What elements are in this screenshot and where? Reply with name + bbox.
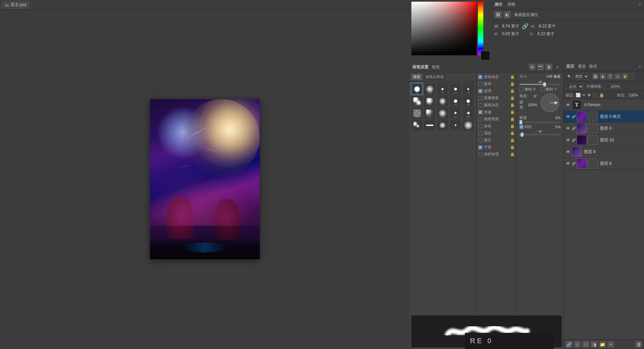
black-swatch[interactable] xyxy=(481,51,490,60)
lock-smoothing[interactable]: 🔒 xyxy=(510,145,515,149)
option-texture[interactable]: ✓ 纹理 🔒 xyxy=(477,87,516,94)
brush-preset-123[interactable]: 123 xyxy=(424,83,435,94)
artwork-canvas[interactable] xyxy=(150,99,260,259)
flip-y-checkbox[interactable] xyxy=(541,87,545,91)
option-scatter[interactable]: 散布 🔒 xyxy=(477,80,516,87)
brush-settings-icon[interactable]: ⚙ xyxy=(529,64,536,70)
layer-item-10[interactable]: 👁 🔗 图层 10 xyxy=(564,134,644,146)
checkbox-protect-texture[interactable] xyxy=(478,152,482,156)
size-slider[interactable] xyxy=(519,84,561,85)
option-color-dynamics[interactable]: 颜色动态 🔒 xyxy=(477,101,516,109)
checkbox-brush-pose[interactable] xyxy=(478,117,482,121)
option-dual-brush[interactable]: 双重画笔 🔒 xyxy=(477,94,516,101)
filter-smart-icon[interactable]: ⚡ xyxy=(622,73,628,79)
lock-wet-edges[interactable]: 🔒 xyxy=(510,131,515,135)
link-layers-btn[interactable]: 🔗 xyxy=(566,341,572,348)
checkbox-shape-dynamics[interactable]: ✓ xyxy=(478,75,482,79)
flip-x-option[interactable]: 翻转 X xyxy=(519,87,536,92)
adjustment-layer-btn[interactable]: ◑ xyxy=(591,341,597,348)
spacing-slider[interactable] xyxy=(519,134,561,135)
lock-transfer[interactable]: 🔒 xyxy=(510,110,515,114)
lock-scatter[interactable]: 🔒 xyxy=(510,82,515,86)
hue-slider[interactable] xyxy=(478,2,483,55)
brush-preset-100a[interactable]: 100 xyxy=(411,95,422,107)
checkbox-wet-edges[interactable] xyxy=(478,131,482,135)
tab-channels[interactable]: 通道 xyxy=(578,64,586,69)
brush-preset-284[interactable]: ✦ 284 xyxy=(463,108,474,119)
new-layer-btn[interactable]: + xyxy=(608,341,614,348)
spacing-checkbox[interactable]: ✓ xyxy=(519,125,524,129)
option-protect-texture[interactable]: 保护纹理 🔒 xyxy=(477,151,516,158)
checkbox-texture[interactable]: ✓ xyxy=(478,89,482,93)
lock-transparent-icon[interactable]: ⬜ xyxy=(576,93,581,97)
lock-all-icon[interactable]: 🔒 xyxy=(599,93,604,97)
tab-properties[interactable]: 属性 xyxy=(494,2,502,7)
option-brush-pose[interactable]: 画笔笔势 🔒 xyxy=(477,116,516,123)
new-group-btn[interactable]: 📁 xyxy=(599,341,606,348)
brush-preset-10[interactable]: 10 xyxy=(450,83,461,94)
opacity-input[interactable] xyxy=(605,84,622,89)
pixel-layer-icon[interactable]: 🖼 xyxy=(494,11,502,18)
layer-item-0-copy[interactable]: 👁 🔗 图层 0 拷贝 xyxy=(564,111,644,123)
add-mask-btn[interactable]: □ xyxy=(582,341,589,348)
brush-delete-icon[interactable]: 🗑 xyxy=(546,64,552,70)
checkbox-scatter[interactable] xyxy=(478,82,482,86)
lock-shape-dynamics[interactable]: 🔒 xyxy=(510,75,515,79)
brush-tab-brush[interactable]: 画笔 xyxy=(411,74,422,80)
eye-10[interactable]: 👁 xyxy=(565,138,571,143)
brush-tab2[interactable]: 画笔 xyxy=(432,64,440,70)
layer-style-btn[interactable]: ƒ xyxy=(574,341,581,348)
filter-toggle[interactable]: ○ xyxy=(629,73,635,79)
color-picker-panel[interactable]: 🖼 打开 xyxy=(410,0,492,62)
brush-preset-60[interactable]: 60 xyxy=(424,108,435,119)
option-build-up[interactable]: 建立 🔒 xyxy=(477,137,516,144)
brush-preset-30[interactable]: 30 xyxy=(411,83,422,94)
eye-8[interactable]: 👁 xyxy=(565,161,571,166)
brush-preset-8[interactable]: 8 xyxy=(437,83,448,94)
lock-noise[interactable]: 🔒 xyxy=(510,124,515,128)
document-tab[interactable]: 🗂 星主.psd xyxy=(2,1,30,9)
brush-preset-misc4[interactable]: ✦ xyxy=(450,120,461,131)
filter-pixel-icon[interactable]: 🖼 xyxy=(592,73,598,79)
brush-preset-misc2[interactable] xyxy=(424,120,435,131)
panel-close-icon[interactable]: × xyxy=(639,2,641,7)
brush-tab-shape[interactable]: 画笔尖形状 xyxy=(423,74,446,80)
angle-wheel[interactable] xyxy=(541,93,561,114)
fill-input[interactable] xyxy=(627,92,642,98)
layer-item-0[interactable]: 👁 🔗 图层 0 xyxy=(564,123,644,134)
type-select[interactable]: 类型 xyxy=(572,73,589,79)
filter-adjustment-icon[interactable]: ◐ xyxy=(600,73,606,79)
brush-preset-50c[interactable]: 50 xyxy=(411,108,422,119)
brush-preset-misc3[interactable] xyxy=(437,120,448,131)
filter-type-icon[interactable]: T xyxy=(607,73,613,79)
checkbox-color-dynamics[interactable] xyxy=(478,103,482,107)
delete-layer-btn[interactable]: 🗑 xyxy=(635,341,642,348)
brush-preset-50b[interactable]: 50 xyxy=(437,95,448,107)
layer-item-a-person[interactable]: 👁 T A Person xyxy=(564,99,644,111)
brush-preset-127[interactable]: ✦ 127 xyxy=(450,108,461,119)
layers-search[interactable]: 🔍 类型 xyxy=(566,73,591,80)
option-smoothing[interactable]: ✓ 平滑 🔒 xyxy=(477,144,516,151)
lock-build-up[interactable]: 🔒 xyxy=(510,138,515,142)
filter-shape-icon[interactable]: ▭ xyxy=(615,73,621,79)
option-noise[interactable]: 杂色 🔒 xyxy=(477,123,516,130)
checkbox-dual-brush[interactable] xyxy=(478,96,482,100)
eye-9[interactable]: 👁 xyxy=(565,149,571,154)
brush-panel-menu-icon[interactable]: ≡ xyxy=(554,64,561,70)
eye-0-copy[interactable]: 👁 xyxy=(565,114,571,119)
blend-mode-select[interactable]: 点光 正常 叠加 xyxy=(566,83,584,90)
brush-camera-icon[interactable]: 📷 xyxy=(537,64,544,70)
brush-preset-misc1[interactable] xyxy=(411,120,422,131)
checkbox-noise[interactable] xyxy=(478,124,482,128)
lock-pixels-icon[interactable]: ✏ xyxy=(582,93,586,97)
brush-preset-50a[interactable]: 50 xyxy=(424,95,435,107)
brush-preset-misc5[interactable] xyxy=(463,120,474,131)
lock-protect-texture[interactable]: 🔒 xyxy=(510,152,515,156)
flip-x-checkbox[interactable] xyxy=(519,87,524,91)
option-shape-dynamics[interactable]: ✓ 形状动态 🔒 xyxy=(477,73,516,80)
lock-artboard-icon[interactable]: ⬛ xyxy=(592,93,597,97)
color-gradient-field[interactable] xyxy=(411,2,477,55)
tab-adjustments[interactable]: 调整 xyxy=(507,2,515,7)
lock-brush-pose[interactable]: 🔒 xyxy=(510,117,515,121)
brush-preset-35b[interactable]: 35 xyxy=(463,95,474,107)
